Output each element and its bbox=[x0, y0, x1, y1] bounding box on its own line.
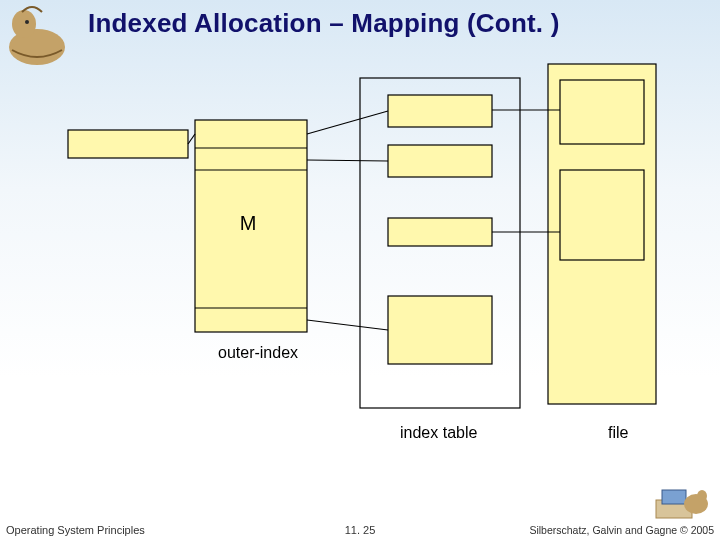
index-block-4 bbox=[388, 296, 492, 364]
label-outer-index: outer-index bbox=[218, 344, 298, 362]
svg-line-8 bbox=[307, 160, 388, 161]
diagram-canvas: M bbox=[0, 0, 720, 540]
dino-logo-bottom bbox=[652, 474, 712, 522]
svg-line-7 bbox=[307, 111, 388, 134]
index-block-3 bbox=[388, 218, 492, 246]
label-file: file bbox=[608, 424, 628, 442]
svg-rect-13 bbox=[662, 490, 686, 504]
svg-line-6 bbox=[188, 134, 195, 144]
footer-right: Silberschatz, Galvin and Gagne © 2005 bbox=[529, 524, 714, 536]
entry-box bbox=[68, 130, 188, 158]
label-index-table: index table bbox=[400, 424, 477, 442]
svg-point-15 bbox=[697, 490, 707, 502]
index-block-1 bbox=[388, 95, 492, 127]
m-glyph: M bbox=[240, 212, 257, 234]
index-block-2 bbox=[388, 145, 492, 177]
svg-line-9 bbox=[307, 320, 388, 330]
file-block bbox=[548, 64, 656, 404]
